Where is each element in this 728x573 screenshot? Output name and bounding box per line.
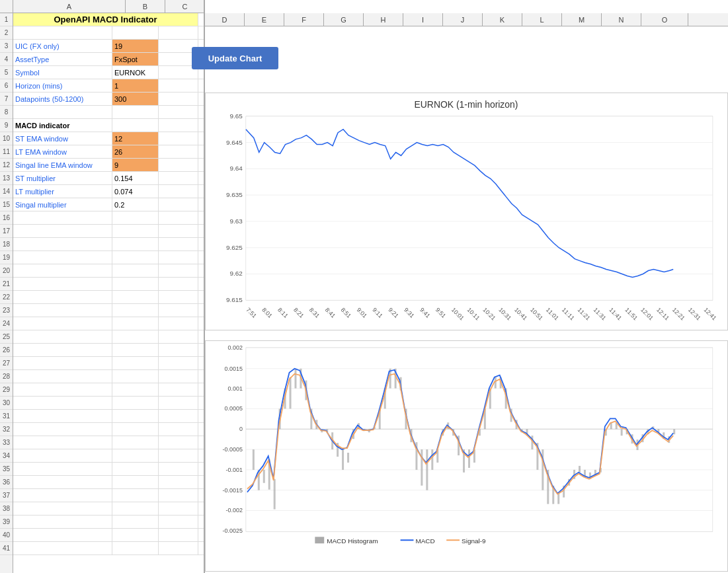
empty-b-22 xyxy=(112,291,159,303)
extra-cell-6 xyxy=(159,79,198,92)
row-number-11: 11 xyxy=(0,145,13,159)
value-cell-4[interactable]: FxSpot xyxy=(112,53,159,65)
svg-rect-110 xyxy=(468,449,470,468)
grid-row-7: Datapoints (50-1200)300 xyxy=(13,93,204,106)
empty-c-28 xyxy=(159,370,198,383)
svg-text:10:21: 10:21 xyxy=(481,307,497,322)
svg-text:-0.002: -0.002 xyxy=(226,508,243,514)
value-cell-14[interactable]: 0.074 xyxy=(112,185,159,198)
svg-rect-69 xyxy=(253,449,255,470)
empty-c-19 xyxy=(159,251,198,264)
macd-section-cell: MACD indicator xyxy=(13,119,112,132)
svg-text:9:51: 9:51 xyxy=(434,307,447,319)
row-number-41: 41 xyxy=(0,542,13,555)
svg-text:0: 0 xyxy=(239,426,243,432)
empty-b-30 xyxy=(112,397,159,409)
row-number-40: 40 xyxy=(0,529,13,542)
empty-a-32 xyxy=(13,423,112,436)
grid-row-18 xyxy=(13,238,204,251)
empty-a-23 xyxy=(13,304,112,317)
row-number-4: 4 xyxy=(0,53,13,66)
row-number-6: 6 xyxy=(0,79,13,93)
svg-text:10:51: 10:51 xyxy=(529,307,544,322)
svg-text:11:41: 11:41 xyxy=(608,307,623,322)
extra-cell-10 xyxy=(159,132,198,145)
empty-c-32 xyxy=(159,423,198,436)
value-cell-10[interactable]: 12 xyxy=(112,132,159,145)
svg-text:0.0005: 0.0005 xyxy=(225,405,243,412)
empty-b-31 xyxy=(112,410,159,422)
svg-text:11:51: 11:51 xyxy=(624,307,639,322)
svg-text:9:41: 9:41 xyxy=(419,307,431,319)
grid-row-40 xyxy=(13,529,204,542)
row-number-35: 35 xyxy=(0,463,13,476)
grid-row-17 xyxy=(13,225,204,238)
cell-c-9 xyxy=(159,119,198,132)
row-number-21: 21 xyxy=(0,278,13,291)
chart-container: EURNOK (1-min horizon) 9.65 9.645 9.64 9… xyxy=(205,13,728,573)
empty-a-24 xyxy=(13,317,112,330)
grid-row-6: Horizon (mins)1 xyxy=(13,79,204,93)
grid-row-5: SymbolEURNOK xyxy=(13,66,204,79)
empty-c-36 xyxy=(159,476,198,488)
col-header-a: A xyxy=(13,0,126,13)
svg-text:10:31: 10:31 xyxy=(497,307,512,322)
empty-b-33 xyxy=(112,436,159,449)
row-number-38: 38 xyxy=(0,502,13,516)
value-cell-15[interactable]: 0.2 xyxy=(112,198,159,211)
col-header-h: H xyxy=(364,13,403,26)
empty-c-2 xyxy=(159,26,198,39)
col-header-c: C xyxy=(165,0,205,13)
empty-a-36 xyxy=(13,476,112,488)
value-cell-11[interactable]: 26 xyxy=(112,145,159,158)
empty-a-16 xyxy=(13,211,112,224)
value-cell-7[interactable]: 300 xyxy=(112,93,159,105)
label-cell-6: Horizon (mins) xyxy=(13,79,112,92)
row-number-25: 25 xyxy=(0,330,13,344)
value-cell-13[interactable]: 0.154 xyxy=(112,172,159,184)
svg-text:-0.0015: -0.0015 xyxy=(223,487,243,494)
label-cell-10: ST EMA window xyxy=(13,132,112,145)
svg-text:9.62: 9.62 xyxy=(230,270,243,277)
empty-b-21 xyxy=(112,278,159,290)
left-panel: A B C 1234567891011121314151617181920212… xyxy=(0,0,205,573)
empty-c-17 xyxy=(159,225,198,237)
svg-text:12:21: 12:21 xyxy=(671,307,686,322)
empty-c-21 xyxy=(159,278,198,290)
grid-row-38 xyxy=(13,502,204,516)
svg-text:11:31: 11:31 xyxy=(592,307,608,322)
empty-c-23 xyxy=(159,304,198,317)
row-number-23: 23 xyxy=(0,304,13,317)
grid-row-15: Singal multiplier0.2 xyxy=(13,198,204,211)
empty-b-34 xyxy=(112,449,159,462)
col-header-i: I xyxy=(403,13,443,26)
row-number-20: 20 xyxy=(0,264,13,278)
empty-b-39 xyxy=(112,516,159,528)
value-cell-6[interactable]: 1 xyxy=(112,79,159,92)
empty-a-30 xyxy=(13,397,112,409)
grid-row-13: ST multiplier0.154 xyxy=(13,172,204,185)
row-number-29: 29 xyxy=(0,383,13,397)
row-number-7: 7 xyxy=(0,93,13,106)
empty-c-37 xyxy=(159,489,198,502)
rows-area: 1234567891011121314151617181920212223242… xyxy=(0,13,204,573)
label-cell-12: Singal line EMA window xyxy=(13,159,112,171)
svg-text:8:51: 8:51 xyxy=(340,307,352,319)
svg-text:9.615: 9.615 xyxy=(226,296,243,303)
label-cell-5: Symbol xyxy=(13,66,112,79)
svg-text:9.63: 9.63 xyxy=(230,217,243,225)
empty-c-29 xyxy=(159,383,198,396)
svg-text:9:21: 9:21 xyxy=(387,307,399,319)
value-cell-12[interactable]: 9 xyxy=(112,159,159,171)
col-header-e: E xyxy=(245,13,284,26)
empty-b-32 xyxy=(112,423,159,436)
svg-text:-0.0025: -0.0025 xyxy=(223,527,243,534)
svg-text:9.635: 9.635 xyxy=(226,191,243,198)
value-cell-3[interactable]: 19 xyxy=(112,40,159,52)
empty-b-17 xyxy=(112,225,159,237)
svg-text:8:01: 8:01 xyxy=(261,307,273,319)
value-cell-5[interactable]: EURNOK xyxy=(112,66,159,79)
empty-a-19 xyxy=(13,251,112,264)
row-number-27: 27 xyxy=(0,357,13,370)
grid-row-29 xyxy=(13,383,204,397)
